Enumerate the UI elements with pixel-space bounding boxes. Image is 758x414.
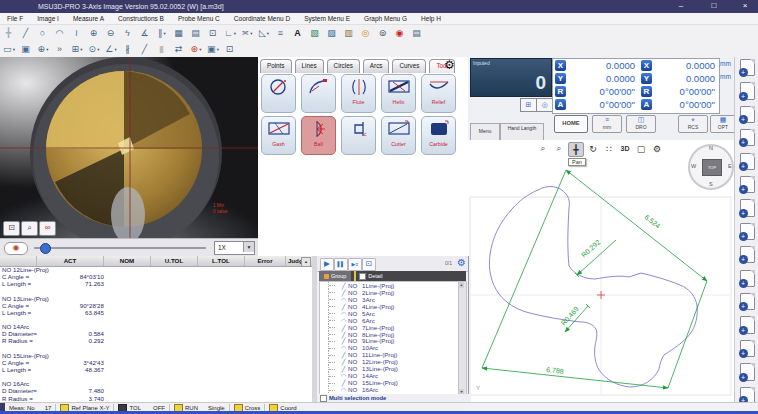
toolbar-icon[interactable]: ▦: [171, 26, 187, 41]
cross-toggle[interactable]: Cross: [245, 405, 261, 411]
menu-item[interactable]: Measure A: [66, 15, 111, 22]
add-report-icon[interactable]: +: [740, 129, 755, 146]
toolbar-icon[interactable]: ⊙▾: [86, 42, 102, 57]
gear-icon[interactable]: ⚙: [444, 58, 455, 72]
toolbar-icon[interactable]: ⊕▾: [35, 42, 51, 57]
list-item[interactable]: ╱ NO 8Line-(Proj): [320, 331, 460, 338]
toolbar-icon[interactable]: »: [52, 42, 68, 57]
toolbar-icon[interactable]: ◎: [358, 26, 374, 41]
menu-button[interactable]: Menu: [470, 123, 500, 141]
tol-label[interactable]: TOL: [129, 405, 141, 411]
home-button[interactable]: HOME: [554, 115, 588, 133]
run-mode[interactable]: Single: [208, 405, 225, 411]
tab-arcs[interactable]: Arcs: [363, 59, 390, 73]
light-slider-thumb[interactable]: [40, 243, 51, 254]
toolbar-icon[interactable]: ∟▾: [222, 26, 238, 41]
add-report-icon[interactable]: +: [740, 176, 755, 193]
zoom-window-icon[interactable]: ⌕: [536, 142, 550, 155]
list-item[interactable]: ◠ NO 3Arc: [320, 296, 460, 303]
toolbar-icon[interactable]: ▨: [324, 26, 340, 41]
col-utol[interactable]: U.TOL: [151, 256, 198, 266]
toolbar-icon[interactable]: ∥▾: [154, 26, 170, 41]
tool-gash-button[interactable]: Gash: [261, 116, 296, 155]
tab-points[interactable]: Points: [260, 59, 292, 73]
coord-toggle[interactable]: Coord: [280, 405, 296, 411]
toolbar-icon[interactable]: ⊡: [205, 26, 221, 41]
add-report-icon[interactable]: +: [740, 340, 755, 357]
list-item[interactable]: ╱ NO 2Line-(Proj): [320, 289, 460, 296]
toolbar-icon[interactable]: ⊛▾: [188, 42, 204, 57]
multi-selection-checkbox[interactable]: [320, 395, 327, 402]
list-item[interactable]: ╱ NO 11Line-(Proj): [320, 351, 460, 358]
toolbar-icon[interactable]: ∡: [137, 26, 153, 41]
list-item[interactable]: ╱ NO 9Line-(Proj): [320, 338, 460, 345]
toolbar-icon[interactable]: ╋: [1, 26, 17, 41]
table-row[interactable]: [0, 316, 312, 323]
list-item[interactable]: ╱ NO 12Line-(Proj): [320, 358, 460, 365]
camera-zoom-select[interactable]: 1X▼: [214, 241, 255, 255]
screen-button[interactable]: ⊡: [362, 258, 376, 271]
list-item[interactable]: ◠ NO 16Arc: [320, 386, 460, 393]
toolbar-icon[interactable]: ⊞▾: [69, 42, 85, 57]
list-item[interactable]: ╱ NO 4Line-(Proj): [320, 303, 460, 310]
tab-circles[interactable]: Circles: [327, 59, 360, 73]
add-report-icon[interactable]: +: [740, 223, 755, 240]
list-item[interactable]: ◠ NO 5Arc: [320, 310, 460, 317]
table-row[interactable]: [0, 345, 312, 352]
add-report-icon[interactable]: +: [740, 363, 755, 380]
table-row[interactable]: NO 13Line-(Proj): [0, 295, 312, 302]
col-ltol[interactable]: L.TOL: [198, 256, 245, 266]
tab-curves[interactable]: Curves: [392, 59, 426, 73]
menu-item[interactable]: File F: [0, 15, 30, 22]
tab-lines[interactable]: Lines: [295, 59, 324, 73]
detail-toggle[interactable]: Detail: [359, 273, 382, 280]
list-item[interactable]: ╱ NO 1Line-(Proj): [320, 282, 460, 289]
col-error[interactable]: Error: [245, 256, 286, 266]
sync-gear-icon[interactable]: ⚙: [457, 257, 466, 268]
table-row[interactable]: R Radius = 0.292: [0, 337, 312, 344]
add-report-icon[interactable]: +: [740, 106, 755, 123]
pan-icon[interactable]: ╋: [568, 142, 584, 157]
toolbar-icon[interactable]: ⊕: [86, 26, 102, 41]
toolbar-icon[interactable]: ◠: [52, 26, 68, 41]
toolbar-icon[interactable]: ⊖: [103, 26, 119, 41]
toolbar-icon[interactable]: ▧: [307, 26, 323, 41]
select-region-icon[interactable]: ▢: [634, 142, 648, 155]
toolbar-icon[interactable]: ϟ: [120, 26, 136, 41]
toolbar-icon[interactable]: ╱: [137, 42, 153, 57]
table-row[interactable]: R Radius = 3.740: [0, 395, 312, 402]
add-report-icon[interactable]: +: [740, 153, 755, 170]
maximize-button[interactable]: □: [703, 0, 725, 13]
toolbar-icon[interactable]: ○: [35, 26, 51, 41]
add-report-icon[interactable]: +: [740, 82, 755, 99]
list-item[interactable]: ╱ NO 15Line-(Proj): [320, 379, 460, 386]
toolbar-icon[interactable]: ≡: [273, 26, 289, 41]
add-report-icon[interactable]: +: [740, 293, 755, 310]
list-scrollbar[interactable]: ▲ ▼: [458, 281, 467, 396]
toolbar-icon[interactable]: A: [290, 26, 306, 41]
add-report-icon[interactable]: +: [740, 199, 755, 216]
toolbar-icon[interactable]: ⇄: [171, 42, 187, 57]
toolbar-icon[interactable]: ╱: [18, 26, 34, 41]
toolbar-icon[interactable]: ▮: [154, 42, 170, 57]
toolbar-icon[interactable]: ▭▾: [1, 42, 17, 57]
list-item[interactable]: ╱ NO 7Line-(Proj): [320, 324, 460, 331]
detail-checkbox[interactable]: [359, 273, 366, 280]
list-item[interactable]: ◠ NO 6Arc: [320, 317, 460, 324]
list-item[interactable]: ◠ NO 14Arc: [320, 372, 460, 379]
toolbar-icon[interactable]: ∦: [120, 42, 136, 57]
minimize-button[interactable]: –: [670, 0, 692, 13]
menu-item[interactable]: Probe Menu C: [171, 15, 227, 22]
ref-plane-status[interactable]: Ref Plane X-Y: [71, 405, 109, 411]
table-row[interactable]: [0, 373, 312, 380]
target-grid-button[interactable]: ⊡: [3, 221, 20, 236]
table-row[interactable]: D Diameter= 7.480: [0, 387, 312, 394]
menu-item[interactable]: Graph Menu G: [357, 15, 414, 22]
table-row[interactable]: [0, 287, 312, 294]
list-item[interactable]: ╱ NO 13Line-(Proj): [320, 365, 460, 372]
keypad-button[interactable]: ⊞: [520, 98, 537, 112]
tool-ball-button[interactable]: Ball: [301, 116, 336, 155]
toolbar-icon[interactable]: ▤: [409, 26, 425, 41]
add-report-icon[interactable]: +: [740, 59, 755, 76]
toolbar-icon[interactable]: ≍▾: [239, 26, 255, 41]
